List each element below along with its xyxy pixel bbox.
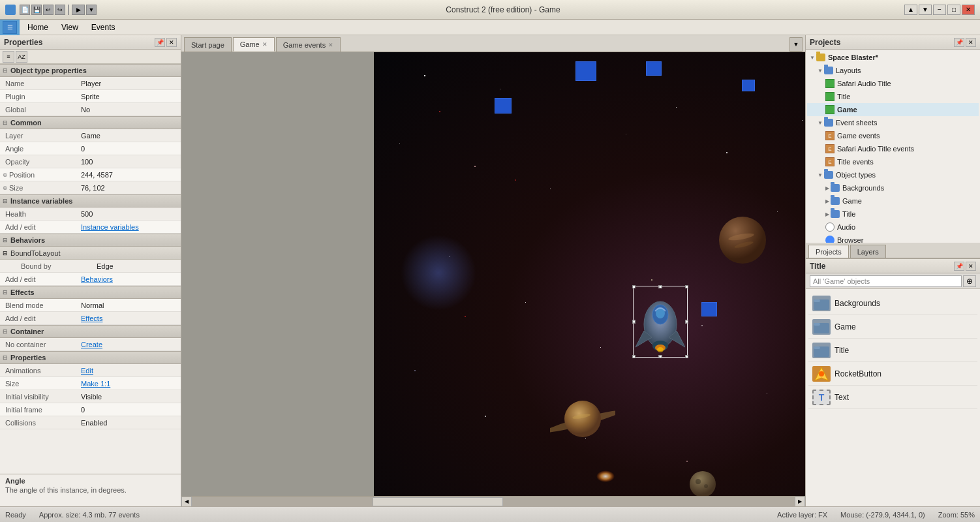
tab-game-close[interactable]: ✕	[262, 41, 268, 48]
play-options-icon[interactable]: ▼	[86, 5, 97, 15]
prop-add-edit-label: Add / edit	[0, 223, 78, 231]
close-projects-button[interactable]: ✕	[966, 38, 976, 47]
create-link[interactable]: Create	[78, 341, 181, 348]
obj-rocketbutton[interactable]: RocketButton	[808, 362, 977, 386]
menu-events[interactable]: Events	[85, 20, 122, 35]
restore-icon[interactable]: ▼	[919, 5, 932, 15]
handle-tr[interactable]	[685, 285, 688, 288]
prop-frame-value[interactable]: 0	[78, 406, 181, 414]
prop-name-value[interactable]: Player	[78, 80, 181, 87]
maximize-button[interactable]: □	[947, 5, 960, 15]
sort-type-button[interactable]: AZ	[16, 51, 27, 63]
pin-objects-button[interactable]: 📌	[954, 262, 964, 271]
editor-canvas-wrapper[interactable]: ▲ ▼ ◀ ▶	[181, 52, 805, 506]
pin-projects-button[interactable]: 📌	[954, 38, 964, 47]
handle-ml[interactable]	[632, 320, 635, 323]
section-behaviors[interactable]: ⊟ Behaviors	[0, 234, 181, 247]
sort-alpha-button[interactable]: ≡	[3, 51, 14, 63]
prop-blend-mode-value[interactable]: Normal	[78, 301, 181, 309]
obj-game[interactable]: Game	[808, 315, 977, 339]
objects-filter-button[interactable]: ⊕	[963, 275, 976, 287]
tree-game-obj[interactable]: ▶ Game	[807, 194, 979, 207]
prop-size-value[interactable]: 76, 102	[78, 184, 181, 192]
obj-text[interactable]: T Text	[808, 386, 977, 409]
size-expand-icon[interactable]: ⊕	[3, 185, 8, 191]
sub-header-bound[interactable]: ⊟ BoundToLayout	[0, 247, 181, 260]
tree-object-types[interactable]: ▼ Object types	[807, 168, 979, 181]
player-sprite-container[interactable]	[635, 288, 685, 355]
app-menu-button[interactable]: ☰	[3, 21, 17, 34]
section-instance-vars[interactable]: ⊟ Instance variables	[0, 194, 181, 207]
editor-scrollbar-bottom[interactable]: ◀ ▶	[181, 496, 805, 506]
scroll-right-button[interactable]: ▶	[795, 497, 805, 507]
tab-dropdown-button[interactable]: ▼	[789, 37, 803, 52]
tree-browser[interactable]: Browser	[807, 234, 979, 243]
prop-bound-by-value[interactable]: Edge	[94, 262, 181, 270]
pin-button[interactable]: 📌	[155, 38, 165, 47]
prop-layer-value[interactable]: Game	[78, 132, 181, 140]
tree-title-events[interactable]: E Title events	[807, 155, 979, 168]
menu-view[interactable]: View	[55, 20, 85, 35]
handle-bm[interactable]	[659, 355, 662, 358]
prop-opacity-value[interactable]: 100	[78, 158, 181, 166]
edit-link[interactable]: Edit	[78, 367, 181, 375]
handle-mr[interactable]	[685, 320, 688, 323]
tab-layers[interactable]: Layers	[850, 245, 886, 258]
prop-visibility-value[interactable]: Visible	[78, 393, 181, 401]
prop-position-value[interactable]: 244, 4587	[78, 171, 181, 179]
tab-game[interactable]: Game ✕	[233, 37, 275, 52]
tab-start-page[interactable]: Start page	[184, 37, 232, 52]
handle-tl[interactable]	[632, 285, 635, 288]
close-button[interactable]: ✕	[962, 5, 975, 15]
obj-title[interactable]: Title	[808, 339, 977, 362]
tree-event-sheets[interactable]: ▼ Event sheets	[807, 116, 979, 129]
prop-global-value[interactable]: No	[78, 106, 181, 114]
tab-projects[interactable]: Projects	[808, 245, 849, 258]
scroll-track-bottom[interactable]	[192, 497, 795, 507]
scroll-thumb-bottom[interactable]	[373, 497, 503, 506]
effects-link[interactable]: Effects	[78, 315, 181, 322]
handle-br[interactable]	[685, 355, 688, 358]
tree-title-layout[interactable]: Title	[807, 90, 979, 103]
section-common[interactable]: ⊟ Common	[0, 116, 181, 129]
tree-root[interactable]: ▼ Space Blaster*	[807, 51, 979, 64]
expand-icon[interactable]: ▲	[904, 5, 917, 15]
prop-collisions-value[interactable]: Enabled	[78, 419, 181, 427]
minimize-button[interactable]: −	[933, 5, 946, 15]
window-controls[interactable]: ▲ ▼ − □ ✕	[904, 5, 975, 15]
section-container[interactable]: ⊟ Container	[0, 325, 181, 338]
handle-bl[interactable]	[632, 355, 635, 358]
tab-game-events[interactable]: Game events ✕	[276, 37, 341, 52]
game-canvas[interactable]: ▲ ▼	[374, 52, 805, 506]
play-icon[interactable]: ▶	[72, 5, 85, 15]
tree-game-layout[interactable]: Game	[807, 103, 979, 116]
section-properties[interactable]: ⊟ Properties	[0, 351, 181, 364]
undo-icon[interactable]: ↩	[43, 5, 54, 15]
tree-backgrounds[interactable]: ▶ Backgrounds	[807, 181, 979, 194]
scroll-left-button[interactable]: ◀	[181, 497, 192, 507]
save-icon[interactable]: 💾	[31, 5, 42, 15]
prop-angle-value[interactable]: 0	[78, 145, 181, 153]
menu-home[interactable]: Home	[21, 20, 55, 35]
handle-tm[interactable]	[659, 285, 662, 288]
close-panel-button[interactable]: ✕	[166, 38, 177, 47]
tree-audio[interactable]: Audio	[807, 221, 979, 234]
prop-health-value[interactable]: 500	[78, 210, 181, 218]
position-expand-icon[interactable]: ⊕	[3, 172, 8, 178]
tab-game-events-close[interactable]: ✕	[328, 42, 333, 48]
behaviors-link[interactable]: Behaviors	[78, 275, 181, 283]
section-object-type-props[interactable]: ⊟ Object type properties	[0, 64, 181, 77]
instance-variables-link[interactable]: Instance variables	[78, 223, 181, 231]
make-1-1-link[interactable]: Make 1:1	[78, 380, 181, 388]
tree-safari-events[interactable]: E Safari Audio Title events	[807, 142, 979, 155]
tree-game-events[interactable]: E Game events	[807, 129, 979, 142]
redo-icon[interactable]: ↪	[55, 5, 65, 15]
close-objects-button[interactable]: ✕	[966, 262, 976, 271]
tree-safari-audio-title[interactable]: Safari Audio Title	[807, 77, 979, 90]
obj-backgrounds[interactable]: Backgrounds	[808, 292, 977, 315]
section-effects[interactable]: ⊟ Effects	[0, 286, 181, 299]
tree-layouts[interactable]: ▼ Layouts	[807, 64, 979, 77]
tree-title-obj[interactable]: ▶ Title	[807, 207, 979, 221]
prop-effects-add: Add / edit Effects	[0, 312, 181, 325]
file-icon[interactable]: 📄	[20, 5, 30, 15]
